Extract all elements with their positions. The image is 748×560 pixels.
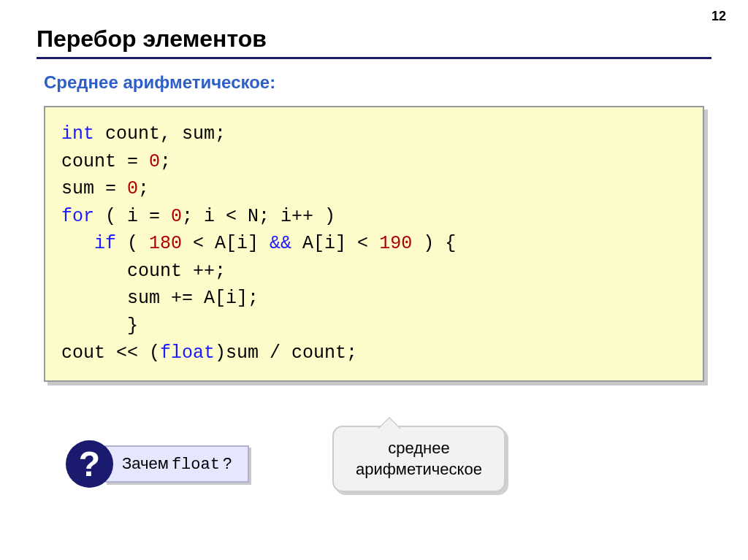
code-text: ( — [116, 233, 149, 254]
code-number: 0 — [127, 178, 138, 199]
question-suffix: ? — [223, 454, 232, 473]
section-subtitle: Среднее арифметическое: — [44, 72, 711, 93]
code-text: } — [61, 315, 138, 337]
code-text: ( i = — [94, 206, 171, 227]
code-text: count, sum; — [94, 123, 226, 145]
code-text: count = — [61, 151, 149, 172]
code-text — [61, 233, 94, 254]
code-text: ; i < N; i++ ) — [182, 206, 335, 227]
bubble-line2: арифметическое — [356, 460, 482, 478]
code-text: cout << ( — [61, 342, 160, 364]
code-text: sum = — [61, 178, 127, 199]
code-text: )sum / count; — [215, 342, 357, 364]
page-title: Перебор элементов — [37, 26, 711, 59]
question-label: Зачем float ? — [104, 445, 249, 483]
code-text: ; — [138, 178, 149, 199]
code-number: 190 — [379, 233, 412, 254]
code-text: ; — [160, 151, 171, 172]
code-block: int count, sum; count = 0; sum = 0; for … — [44, 106, 704, 382]
bubble-line1: среднее — [388, 439, 449, 457]
code-keyword: && — [270, 233, 291, 254]
question-code: float — [172, 456, 220, 474]
code-keyword: float — [160, 342, 215, 364]
code-text: ) { — [412, 233, 456, 254]
code-number: 0 — [171, 206, 182, 227]
code-text: sum += A[i]; — [61, 288, 259, 309]
callout-area: ? Зачем float ? среднее арифметическое — [37, 407, 711, 510]
code-text: A[i] < — [291, 233, 379, 254]
code-text: count ++; — [61, 261, 226, 282]
code-number: 0 — [149, 151, 160, 172]
code-keyword: for — [61, 206, 94, 227]
question-prefix: Зачем — [122, 454, 169, 473]
code-number: 180 — [149, 233, 182, 254]
question-mark-icon: ? — [66, 440, 113, 488]
code-keyword: if — [94, 233, 116, 254]
page-number: 12 — [711, 9, 726, 24]
speech-bubble: среднее арифметическое — [332, 426, 505, 492]
question-callout: ? Зачем float ? — [66, 440, 249, 488]
code-keyword: int — [61, 123, 94, 145]
code-text: < A[i] — [182, 233, 270, 254]
